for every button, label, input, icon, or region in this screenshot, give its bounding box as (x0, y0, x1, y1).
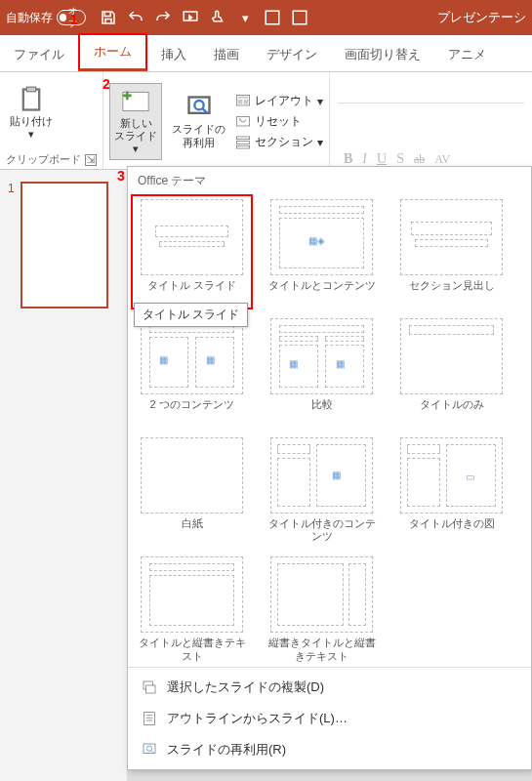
reuse-slides-button[interactable]: スライドの 再利用 (168, 92, 229, 150)
layout-picture-caption[interactable]: ▭ タイトル付きの図 (395, 437, 508, 543)
svg-rect-17 (236, 137, 249, 140)
present-icon[interactable] (182, 9, 199, 26)
layout-vertical-title-text[interactable]: 縦書きタイトルと縦書きテキスト (266, 556, 378, 662)
strikethrough-button[interactable]: ab (414, 152, 425, 167)
group-slides: 新しい スライド ▾ スライドの 再利用 レイアウト▾ リセット セクション▾ (103, 72, 330, 169)
reuse-slides-item[interactable]: スライドの再利用(R) (128, 734, 531, 765)
paste-label: 貼り付け (10, 115, 53, 128)
group-font: B I U S ab AV (330, 72, 532, 169)
layout-two-content[interactable]: ▦▦ 2 つのコンテンツ (136, 318, 248, 424)
shadow-button[interactable]: S (396, 151, 404, 167)
ribbon-tabs: ファイル ホーム 挿入 描画 デザイン 画面切り替え アニメ (0, 35, 532, 72)
slide-number: 1 (8, 182, 15, 308)
italic-button[interactable]: I (362, 151, 367, 167)
layout-title-vertical-text[interactable]: タイトルと縦書きテキスト (136, 556, 248, 662)
svg-rect-16 (236, 116, 249, 125)
svg-rect-19 (236, 145, 249, 148)
chevron-down-icon: ▾ (317, 136, 323, 149)
gallery-footer: 選択したスライドの複製(D) アウトラインからスライド(L)… スライドの再利用… (128, 667, 531, 769)
layout-title-slide[interactable]: タイトル スライド (136, 199, 248, 305)
chevron-down-icon: ▾ (317, 95, 323, 108)
tab-home[interactable]: ホーム (78, 33, 147, 71)
new-slide-gallery: Office テーマ タイトル スライド ▦◈ タイトルとコンテンツ セクション… (127, 166, 532, 770)
svg-rect-21 (146, 685, 155, 693)
tab-insert[interactable]: 挿入 (147, 38, 200, 71)
char-spacing-button[interactable]: AV (434, 152, 450, 167)
autosave-label: 自動保存 (6, 10, 53, 26)
word-icon[interactable] (264, 9, 281, 26)
underline-button[interactable]: U (377, 151, 387, 167)
undo-icon[interactable] (127, 9, 144, 26)
slides-from-outline-item[interactable]: アウトラインからスライド(L)… (128, 703, 531, 734)
tab-design[interactable]: デザイン (253, 38, 331, 71)
svg-rect-4 (26, 87, 35, 92)
svg-rect-15 (244, 100, 249, 104)
clipboard-launcher-icon[interactable]: ⇲ (85, 154, 97, 166)
callout-1: 1 (70, 12, 78, 27)
svg-rect-23 (143, 744, 155, 753)
duplicate-slides-item[interactable]: 選択したスライドの複製(D) (128, 672, 531, 703)
bold-button[interactable]: B (344, 151, 352, 167)
svg-point-24 (146, 746, 151, 751)
tab-file[interactable]: ファイル (0, 38, 78, 71)
excel-icon[interactable] (291, 9, 308, 26)
layout-comparison[interactable]: ▦▦ 比較 (266, 318, 378, 424)
title-bar: 自動保存 オフ 1 ▾ プレゼンテーシ (0, 0, 532, 35)
new-slide-label: 新しい スライド (114, 117, 157, 143)
save-icon[interactable] (100, 9, 117, 26)
svg-rect-22 (144, 712, 155, 724)
window-title: プレゼンテーシ (437, 9, 526, 26)
layout-title-only[interactable]: タイトルのみ (395, 318, 508, 424)
layout-section-header[interactable]: セクション見出し (395, 199, 508, 305)
layout-tooltip: タイトル スライド (134, 303, 248, 327)
svg-point-11 (194, 101, 203, 109)
tab-animations[interactable]: アニメ (434, 38, 500, 71)
section-button[interactable]: セクション▾ (235, 134, 323, 150)
layout-blank[interactable]: 白紙 (136, 437, 248, 543)
svg-rect-3 (23, 89, 39, 109)
slide-thumbnail-panel: 1 (0, 170, 127, 781)
paste-button[interactable]: 貼り付け ▾ (6, 84, 57, 143)
svg-rect-1 (266, 11, 279, 24)
qat-more-icon[interactable]: ▾ (236, 9, 254, 26)
layout-button[interactable]: レイアウト▾ (235, 93, 323, 109)
tab-draw[interactable]: 描画 (200, 38, 253, 71)
redo-icon[interactable] (154, 9, 172, 26)
clipboard-group-label: クリップボード (6, 152, 81, 167)
quick-access-toolbar: ▾ (100, 9, 308, 26)
callout-2: 2 (102, 76, 110, 92)
ribbon: 貼り付け ▾ クリップボード ⇲ 新しい スライド ▾ スライドの 再利用 (0, 72, 532, 170)
layout-content-caption[interactable]: ▦ タイトル付きのコンテンツ (266, 437, 378, 543)
reuse-slides-label: スライドの 再利用 (172, 123, 225, 148)
tab-transitions[interactable]: 画面切り替え (331, 38, 434, 71)
gallery-header: Office テーマ (128, 167, 531, 195)
svg-rect-2 (293, 11, 307, 24)
svg-rect-14 (238, 100, 243, 104)
svg-rect-13 (238, 96, 249, 98)
layout-grid: タイトル スライド ▦◈ タイトルとコンテンツ セクション見出し ▦▦ 2 つの… (128, 195, 531, 667)
chevron-down-icon: ▾ (133, 143, 139, 155)
slide-thumbnail[interactable] (20, 182, 108, 308)
reset-button[interactable]: リセット (235, 113, 323, 130)
callout-3: 3 (117, 168, 125, 184)
new-slide-button[interactable]: 新しい スライド ▾ (109, 83, 162, 161)
svg-rect-18 (236, 141, 249, 144)
chevron-down-icon: ▾ (28, 128, 34, 141)
touch-mode-icon[interactable] (209, 9, 226, 26)
layout-title-content[interactable]: ▦◈ タイトルとコンテンツ (266, 199, 378, 305)
group-clipboard: 貼り付け ▾ クリップボード ⇲ (0, 72, 103, 169)
